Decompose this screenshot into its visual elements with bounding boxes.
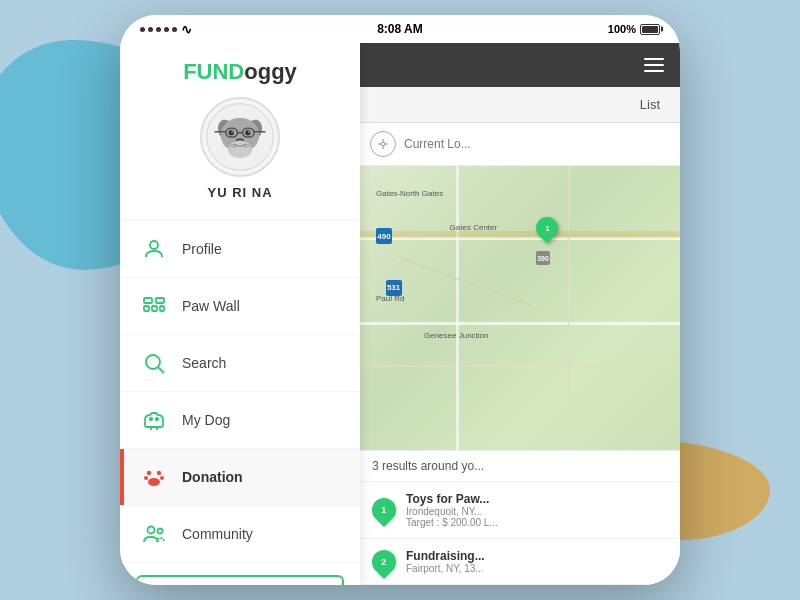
svg-point-31 (148, 478, 160, 486)
map-label: Gates-North Gates (376, 189, 443, 198)
sidebar-item-community[interactable]: Community (120, 506, 360, 563)
svg-point-32 (148, 527, 155, 534)
paw-icon (140, 463, 168, 491)
svg-rect-16 (144, 298, 152, 303)
svg-rect-20 (160, 306, 164, 311)
nav-list: Profile Paw Wall (120, 221, 360, 563)
result-info-1: Toys for Paw... Irondequoit, NY... Targe… (406, 492, 668, 528)
right-panel: List Current Lo... (360, 43, 680, 585)
location-search-text[interactable]: Current Lo... (404, 137, 471, 151)
result-title-2: Fundraising... (406, 549, 668, 563)
wall-icon (140, 292, 168, 320)
svg-point-24 (156, 418, 158, 420)
community-icon (140, 520, 168, 548)
battery-fill (642, 26, 658, 33)
svg-point-9 (229, 130, 234, 135)
svg-point-33 (158, 529, 163, 534)
sidebar-item-profile[interactable]: Profile (120, 221, 360, 278)
result-pin-number: 1 (381, 505, 386, 515)
svg-point-10 (245, 130, 250, 135)
status-bar: ∿ 8:08 AM 100% (120, 15, 680, 43)
signal-dot (140, 27, 145, 32)
result-pin-2: 2 (367, 545, 401, 579)
user-name: YU RI NA (120, 185, 360, 210)
result-title-1: Toys for Paw... (406, 492, 668, 506)
svg-point-29 (144, 476, 148, 480)
result-pin-number: 2 (381, 557, 386, 567)
svg-point-15 (150, 241, 158, 249)
svg-point-28 (157, 471, 161, 475)
sidebar-item-donation[interactable]: Donation (120, 449, 360, 506)
results-panel: 3 results around yo... 1 Toys for Paw...… (360, 450, 680, 585)
sidebar-header: FUNDoggy (120, 43, 360, 221)
signal-dot (148, 27, 153, 32)
result-location-2: Fairport, NY, 13... (406, 563, 668, 574)
map-area: Gates-North Gates Gates Center Paul Rd G… (360, 166, 680, 450)
svg-point-30 (160, 476, 164, 480)
my-dog-label: My Dog (182, 412, 230, 428)
result-location-1: Irondequoit, NY... (406, 506, 668, 517)
signal-dot (164, 27, 169, 32)
svg-point-14 (228, 141, 253, 159)
current-location-button[interactable] (370, 131, 396, 157)
svg-line-22 (159, 368, 165, 374)
person-icon (140, 235, 168, 263)
battery-pct: 100% (608, 23, 636, 35)
search-label: Search (182, 355, 226, 371)
result-info-2: Fundraising... Fairport, NY, 13... (406, 549, 668, 574)
result-item-2[interactable]: 2 Fundraising... Fairport, NY, 13... (360, 539, 680, 585)
sidebar-item-my-dog[interactable]: My Dog (120, 392, 360, 449)
main-content: FUNDoggy (120, 43, 680, 585)
paw-wall-label: Paw Wall (182, 298, 240, 314)
phone-frame: ∿ 8:08 AM 100% FUNDoggy (120, 15, 680, 585)
route-badge: 490 (376, 228, 392, 244)
sidebar-item-paw-wall[interactable]: Paw Wall (120, 278, 360, 335)
map-road (360, 322, 680, 325)
result-target-1: Target : $ 200.00 L... (406, 517, 668, 528)
hamburger-line (644, 58, 664, 60)
panel-tab-bar: List (360, 87, 680, 123)
map-route (360, 231, 680, 238)
location-icon (377, 138, 389, 150)
signal-dot (172, 27, 177, 32)
route-badge: 390 (536, 251, 550, 265)
map-road (456, 166, 459, 450)
signal-area: ∿ (140, 22, 192, 37)
battery-icon (640, 24, 660, 35)
sidebar-item-search[interactable]: Search (120, 335, 360, 392)
map-road (568, 166, 570, 450)
app-title: FUNDoggy (120, 59, 360, 85)
result-item-1[interactable]: 1 Toys for Paw... Irondequoit, NY... Tar… (360, 482, 680, 539)
community-label: Community (182, 526, 253, 542)
svg-rect-17 (156, 298, 164, 303)
svg-rect-18 (144, 306, 149, 311)
battery-area: 100% (608, 23, 660, 35)
result-pin-1: 1 (367, 493, 401, 527)
logout-button[interactable]: Logout (136, 575, 344, 585)
hamburger-line (644, 70, 664, 72)
sidebar: FUNDoggy (120, 43, 360, 585)
map-pin-1: 1 (536, 217, 558, 239)
map-road (360, 365, 680, 367)
pin-number: 1 (545, 224, 549, 233)
svg-point-11 (231, 131, 233, 133)
search-icon (140, 349, 168, 377)
svg-rect-19 (152, 306, 157, 311)
dog-icon (140, 406, 168, 434)
title-fund: FUND (183, 59, 244, 84)
title-oggy: oggy (244, 59, 297, 84)
svg-point-21 (146, 355, 160, 369)
donation-label: Donation (182, 469, 243, 485)
hamburger-menu[interactable] (644, 58, 664, 72)
map-search-bar: Current Lo... (360, 123, 680, 166)
svg-point-34 (381, 142, 385, 146)
tab-list[interactable]: List (640, 97, 660, 112)
avatar (200, 97, 280, 177)
map-label: Genesee Junction (424, 331, 489, 340)
hamburger-line (644, 64, 664, 66)
svg-point-23 (150, 418, 152, 420)
results-count: 3 results around yo... (360, 451, 680, 482)
map-label: Gates Center (450, 223, 498, 232)
time-display: 8:08 AM (377, 22, 423, 36)
avatar-image (205, 102, 275, 172)
